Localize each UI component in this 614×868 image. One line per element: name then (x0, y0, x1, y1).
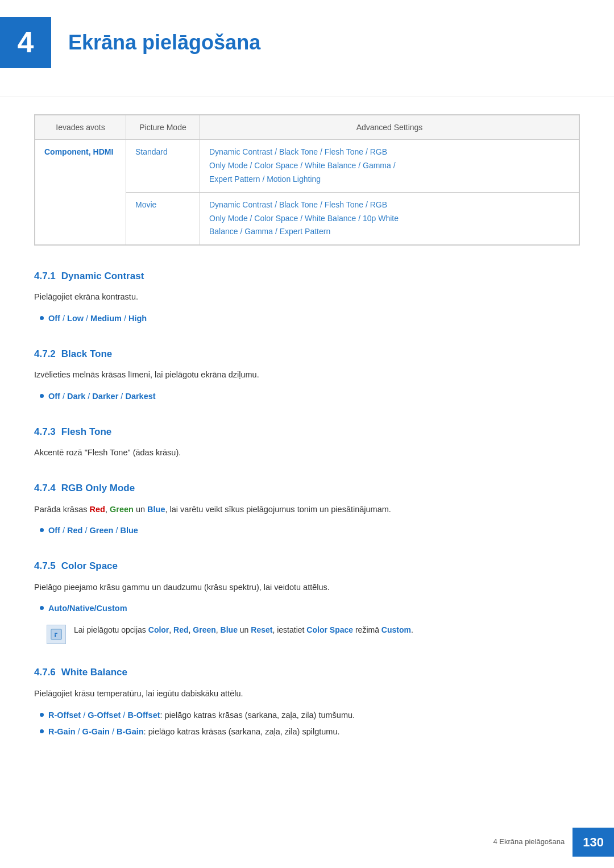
section-heading-4-7-2: 4.7.2 Black Tone (34, 346, 580, 362)
table-row: Component, HDMI Standard Dynamic Contras… (35, 140, 579, 192)
note-box-4-7-5: Lai pielāgotu opcijas Color, Red, Green,… (47, 624, 580, 644)
body-text-4-7-6: Pielāgojiet krāsu temperatūru, lai iegūt… (34, 687, 580, 701)
list-item: Off / Red / Green / Blue (40, 524, 580, 538)
section-number-4-7-3: 4.7.3 (34, 424, 56, 439)
main-content: Ievades avots Picture Mode Advanced Sett… (0, 114, 614, 781)
section-heading-4-7-6: 4.7.6 White Balance (34, 665, 580, 680)
page-header: 4 Ekrāna pielāgošana (0, 0, 614, 80)
col-header-source: Ievades avots (35, 115, 126, 140)
bullet-list-4-7-4: Off / Red / Green / Blue (40, 524, 580, 538)
chapter-number-block: 4 (0, 17, 51, 68)
page-footer: 4 Ekrāna pielāgošana 130 (482, 828, 614, 857)
note-highlight-red: Red (173, 625, 188, 634)
list-item: R-Gain / G-Gain / B-Gain: pielāgo katras… (40, 725, 580, 739)
bullet-content-4-7-6-gain: R-Gain / G-Gain / B-Gain: pielāgo katras… (48, 725, 340, 739)
cell-settings-movie: Dynamic Contrast / Black Tone / Flesh To… (200, 192, 579, 244)
chapter-title: Ekrāna pielāgošana (68, 26, 260, 59)
bullet-content-4-7-6-offset: R-Offset / G-Offset / B-Offset: pielāgo … (48, 709, 355, 722)
section-title-4-7-1: Dynamic Contrast (61, 268, 144, 284)
section-title-4-7-5: Color Space (61, 558, 118, 574)
section-number-4-7-1: 4.7.1 (34, 268, 56, 284)
svg-rect-0 (51, 629, 61, 639)
text-green: Green (110, 505, 134, 514)
section-heading-4-7-3: 4.7.3 Flesh Tone (34, 424, 580, 439)
text-red: Red (90, 505, 105, 514)
bullet-list-4-7-6: R-Offset / G-Offset / B-Offset: pielāgo … (40, 709, 580, 740)
section-title-4-7-6: White Balance (61, 665, 127, 680)
note-highlight-color: Color (148, 625, 169, 634)
bullet-dot (40, 729, 44, 733)
bullet-content-4-7-5: Auto/Native/Custom (48, 602, 127, 616)
section-number-4-7-4: 4.7.4 (34, 480, 56, 496)
section-heading-4-7-5: 4.7.5 Color Space (34, 558, 580, 574)
list-item: Off / Dark / Darker / Darkest (40, 390, 580, 404)
bullet-content-4-7-2: Off / Dark / Darker / Darkest (48, 390, 156, 404)
list-item: Auto/Native/Custom (40, 602, 580, 616)
note-highlight-blue: Blue (221, 625, 238, 634)
features-table: Ievades avots Picture Mode Advanced Sett… (34, 114, 580, 246)
body-text-4-7-5: Pielāgo pieejamo krāsu gammu un daudzumu… (34, 581, 580, 595)
section-heading-4-7-1: 4.7.1 Dynamic Contrast (34, 268, 580, 284)
note-highlight-colorspace: Color Space (306, 625, 353, 634)
bullet-dot (40, 606, 44, 610)
note-highlight-green: Green (193, 625, 215, 634)
chapter-number: 4 (18, 19, 34, 66)
section-number-4-7-6: 4.7.6 (34, 665, 56, 680)
bullet-content-4-7-1: Off / Low / Medium / High (48, 312, 147, 326)
bullet-dot (40, 316, 44, 320)
section-number-4-7-2: 4.7.2 (34, 346, 56, 362)
note-text-4-7-5: Lai pielāgotu opcijas Color, Red, Green,… (74, 624, 413, 637)
list-item: R-Offset / G-Offset / B-Offset: pielāgo … (40, 709, 580, 722)
footer-chapter-text: 4 Ekrāna pielāgošana (482, 832, 573, 853)
section-heading-4-7-4: 4.7.4 RGB Only Mode (34, 480, 580, 496)
info-icon (50, 628, 63, 641)
section-number-4-7-5: 4.7.5 (34, 558, 56, 574)
text-blue: Blue (147, 505, 165, 514)
bullet-list-4-7-5: Auto/Native/Custom (40, 602, 580, 616)
body-text-4-7-2: Izvēlieties melnās krāsas līmeni, lai pi… (34, 368, 580, 382)
body-text-4-7-3: Akcentē rozā "Flesh Tone" (ādas krāsu). (34, 446, 580, 460)
bullet-content-4-7-4: Off / Red / Green / Blue (48, 524, 138, 538)
bullet-list-4-7-2: Off / Dark / Darker / Darkest (40, 390, 580, 404)
note-highlight-reset: Reset (251, 625, 272, 634)
bullet-dot (40, 394, 44, 398)
header-divider (0, 97, 614, 97)
cell-mode-standard: Standard (126, 140, 200, 192)
cell-settings-standard: Dynamic Contrast / Black Tone / Flesh To… (200, 140, 579, 192)
section-title-4-7-4: RGB Only Mode (61, 480, 135, 496)
list-item: Off / Low / Medium / High (40, 312, 580, 326)
note-icon (47, 625, 66, 644)
section-title-4-7-3: Flesh Tone (61, 424, 111, 439)
bullet-dot (40, 713, 44, 717)
body-text-4-7-1: Pielāgojiet ekrāna kontrastu. (34, 290, 580, 304)
bullet-dot (40, 528, 44, 532)
section-title-4-7-2: Black Tone (61, 346, 112, 362)
bullet-list-4-7-1: Off / Low / Medium / High (40, 312, 580, 326)
col-header-advanced: Advanced Settings (200, 115, 579, 140)
note-highlight-custom: Custom (381, 625, 411, 634)
cell-source-component: Component, HDMI (35, 140, 126, 245)
footer-page-number: 130 (572, 828, 614, 857)
cell-mode-movie: Movie (126, 192, 200, 244)
body-text-4-7-4: Parāda krāsas Red, Green un Blue, lai va… (34, 503, 580, 517)
col-header-picture: Picture Mode (126, 115, 200, 140)
